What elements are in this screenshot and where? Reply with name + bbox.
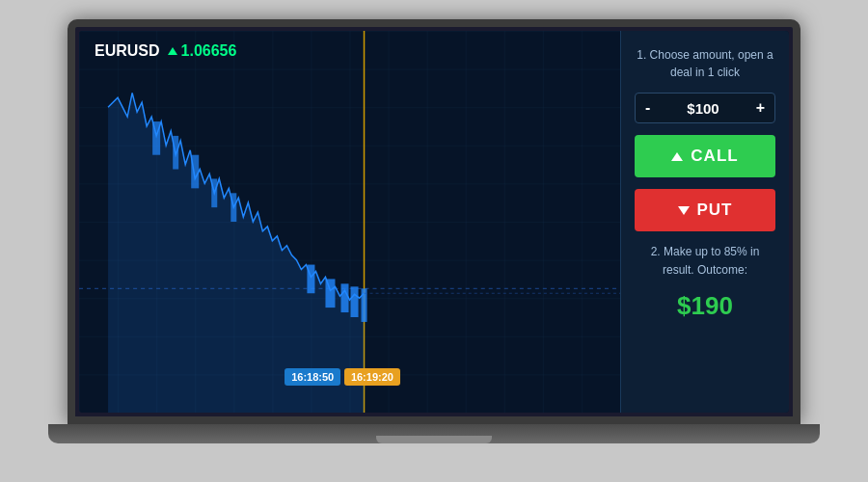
chart-symbol: EURUSD bbox=[95, 42, 160, 60]
put-button[interactable]: PUT bbox=[635, 189, 775, 231]
chart-area: EURUSD 1.06656 bbox=[79, 31, 620, 413]
laptop-base bbox=[48, 424, 820, 443]
call-label: CALL bbox=[691, 147, 738, 166]
laptop-wrapper: EURUSD 1.06656 bbox=[58, 19, 810, 463]
call-button[interactable]: CALL bbox=[635, 135, 775, 177]
instruction-1: 1. Choose amount, open a deal in 1 click bbox=[635, 46, 775, 81]
chart-header: EURUSD 1.06656 bbox=[95, 42, 236, 60]
time-label-1: 16:18:50 bbox=[285, 368, 340, 386]
outcome-amount: $190 bbox=[635, 291, 775, 321]
price-value: 1.06656 bbox=[181, 42, 237, 60]
chart-svg bbox=[79, 31, 620, 413]
put-arrow-icon bbox=[678, 206, 690, 215]
right-panel: 1. Choose amount, open a deal in 1 click… bbox=[620, 31, 789, 413]
screen-content: EURUSD 1.06656 bbox=[79, 31, 789, 413]
amount-plus-button[interactable]: + bbox=[756, 99, 765, 117]
laptop-screen: EURUSD 1.06656 bbox=[68, 19, 800, 424]
call-arrow-icon bbox=[671, 152, 683, 161]
price-up-arrow bbox=[168, 47, 177, 55]
put-label: PUT bbox=[697, 201, 733, 220]
amount-minus-button[interactable]: - bbox=[645, 99, 650, 117]
amount-value: $100 bbox=[687, 100, 719, 117]
instruction-2: 2. Make up to 85% in result. Outcome: bbox=[635, 243, 775, 280]
amount-control[interactable]: - $100 + bbox=[635, 93, 775, 123]
chart-price: 1.06656 bbox=[168, 42, 237, 60]
time-label-2: 16:19:20 bbox=[344, 368, 400, 386]
